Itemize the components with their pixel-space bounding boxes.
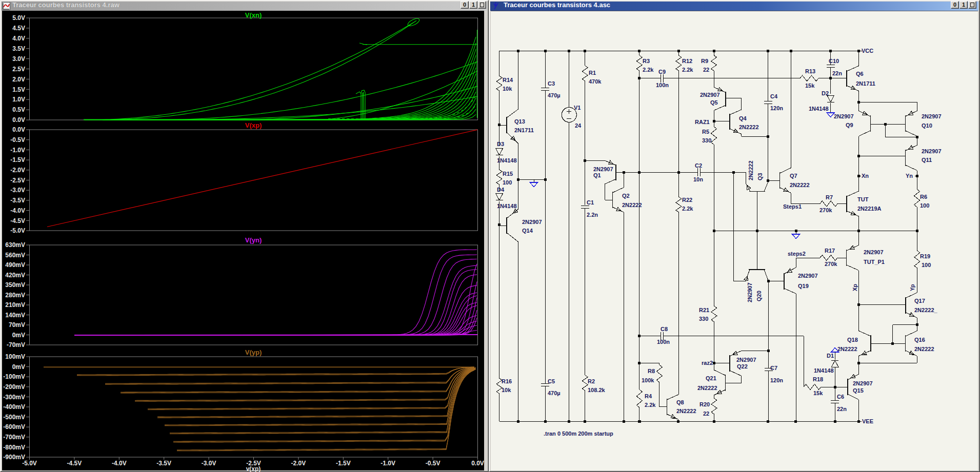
svg-text:0.0V: 0.0V <box>12 126 25 133</box>
svg-text:D2: D2 <box>822 90 829 96</box>
svg-text:R12: R12 <box>682 58 692 64</box>
svg-text:R16: R16 <box>502 378 512 384</box>
svg-text:560mV: 560mV <box>5 252 25 259</box>
svg-text:100k: 100k <box>642 377 654 383</box>
svg-text:R20: R20 <box>699 401 710 407</box>
svg-text:Xn: Xn <box>862 173 869 179</box>
svg-text:100: 100 <box>920 202 929 209</box>
svg-text:1.0V: 1.0V <box>12 96 25 103</box>
svg-text:470µ: 470µ <box>548 390 561 396</box>
svg-text:3.0V: 3.0V <box>12 55 25 63</box>
svg-text:24: 24 <box>575 122 582 129</box>
svg-text:270k: 270k <box>825 261 837 267</box>
svg-text:Yp: Yp <box>909 284 915 291</box>
svg-text:TUT_P1: TUT_P1 <box>864 259 885 265</box>
svg-text:-2.0V: -2.0V <box>291 460 306 467</box>
svg-text:2N2222: 2N2222 <box>914 346 934 352</box>
svg-text:-300mV: -300mV <box>3 394 25 401</box>
svg-text:-4.5V: -4.5V <box>10 217 25 224</box>
svg-text:2N2222: 2N2222 <box>676 408 696 414</box>
svg-text:1N4148: 1N4148 <box>497 203 517 209</box>
svg-text:R5: R5 <box>702 129 709 135</box>
svg-text:RAZ1: RAZ1 <box>695 119 710 125</box>
svg-text:R7: R7 <box>826 194 833 200</box>
svg-text:Q8: Q8 <box>676 399 684 405</box>
svg-text:R21: R21 <box>699 307 709 313</box>
svg-text:Q13: Q13 <box>514 118 525 125</box>
svg-text:Yn: Yn <box>906 173 913 179</box>
svg-text:Q5: Q5 <box>710 99 718 106</box>
svg-text:.tran 0 500m 200m startup: .tran 0 500m 200m startup <box>544 430 613 437</box>
svg-text:-5.0V: -5.0V <box>22 460 37 467</box>
svg-text:2N2907: 2N2907 <box>747 282 753 302</box>
svg-text:-4.0V: -4.0V <box>10 207 25 214</box>
svg-text:Q3: Q3 <box>757 173 763 180</box>
svg-text:1.5V: 1.5V <box>12 86 25 93</box>
svg-text:2N2907: 2N2907 <box>593 166 613 172</box>
svg-text:2.2n: 2.2n <box>587 212 598 218</box>
svg-text:Q17: Q17 <box>914 298 925 304</box>
svg-text:2N2222: 2N2222 <box>739 124 759 130</box>
svg-text:VEE: VEE <box>862 418 873 424</box>
svg-text:22n: 22n <box>837 406 847 412</box>
svg-text:-3.5V: -3.5V <box>10 197 25 204</box>
svg-text:2N2907: 2N2907 <box>922 148 942 154</box>
svg-text:0mV: 0mV <box>12 332 25 339</box>
svg-text:100: 100 <box>503 179 512 186</box>
svg-text:2N2907: 2N2907 <box>834 113 854 119</box>
svg-text:-3.0V: -3.0V <box>10 187 25 194</box>
svg-text:140mV: 140mV <box>5 312 25 319</box>
svg-text:2N2907: 2N2907 <box>700 92 720 98</box>
svg-text:3.5V: 3.5V <box>12 45 25 52</box>
svg-text:-1.0V: -1.0V <box>381 460 395 467</box>
svg-text:Q7: Q7 <box>790 173 797 179</box>
svg-text:R19: R19 <box>920 253 930 259</box>
svg-text:2.2k: 2.2k <box>643 67 654 73</box>
svg-text:Q21: Q21 <box>706 375 716 381</box>
svg-text:-5.0V: -5.0V <box>10 227 25 234</box>
svg-text:C3: C3 <box>548 80 555 87</box>
svg-text:v(xp): v(xp) <box>246 465 261 472</box>
svg-text:2N2222_: 2N2222_ <box>914 307 938 313</box>
svg-text:R4: R4 <box>645 393 652 399</box>
svg-text:70mV: 70mV <box>9 321 25 329</box>
svg-text:-400mV: -400mV <box>3 403 25 411</box>
svg-text:R15: R15 <box>503 171 513 177</box>
svg-text:C10: C10 <box>829 58 839 64</box>
svg-text:-700mV: -700mV <box>3 434 25 441</box>
svg-text:2N1711: 2N1711 <box>856 80 875 87</box>
svg-text:210mV: 210mV <box>5 301 25 309</box>
svg-text:2N2222: 2N2222 <box>790 182 810 188</box>
svg-text:Q10: Q10 <box>922 122 932 129</box>
svg-text:-2.0V: -2.0V <box>10 167 25 174</box>
svg-text:Q11: Q11 <box>922 157 932 163</box>
svg-text:2N2222: 2N2222 <box>697 385 717 391</box>
svg-text:Q22: Q22 <box>737 363 748 370</box>
svg-text:15k: 15k <box>805 83 815 89</box>
svg-text:4.0V: 4.0V <box>12 35 25 42</box>
svg-text:-1.5V: -1.5V <box>336 460 351 467</box>
svg-text:2.2k: 2.2k <box>682 206 693 212</box>
svg-text:-3.0V: -3.0V <box>202 460 216 467</box>
svg-text:R9: R9 <box>701 58 708 64</box>
svg-text:120n: 120n <box>770 377 783 383</box>
svg-text:C9: C9 <box>658 69 666 75</box>
svg-text:Q18: Q18 <box>847 337 858 343</box>
svg-text:R14: R14 <box>503 77 513 83</box>
svg-text:-500mV: -500mV <box>3 414 25 421</box>
svg-text:V1: V1 <box>574 105 581 111</box>
svg-text:V(xn): V(xn) <box>245 11 262 19</box>
svg-text:470µ: 470µ <box>548 92 561 98</box>
svg-text:470k: 470k <box>589 78 602 85</box>
svg-text:2N2222: 2N2222 <box>748 160 754 180</box>
svg-text:D3: D3 <box>497 141 504 147</box>
svg-text:2N2907: 2N2907 <box>798 273 818 279</box>
svg-text:TUT: TUT <box>857 196 869 202</box>
svg-text:1N4148: 1N4148 <box>814 367 834 374</box>
svg-text:22: 22 <box>703 411 709 417</box>
svg-text:-70mV: -70mV <box>7 341 25 348</box>
svg-text:630mV: 630mV <box>5 241 25 249</box>
svg-text:270k: 270k <box>819 207 832 213</box>
svg-text:-1.0V: -1.0V <box>10 147 25 154</box>
svg-text:steps2: steps2 <box>788 251 806 257</box>
